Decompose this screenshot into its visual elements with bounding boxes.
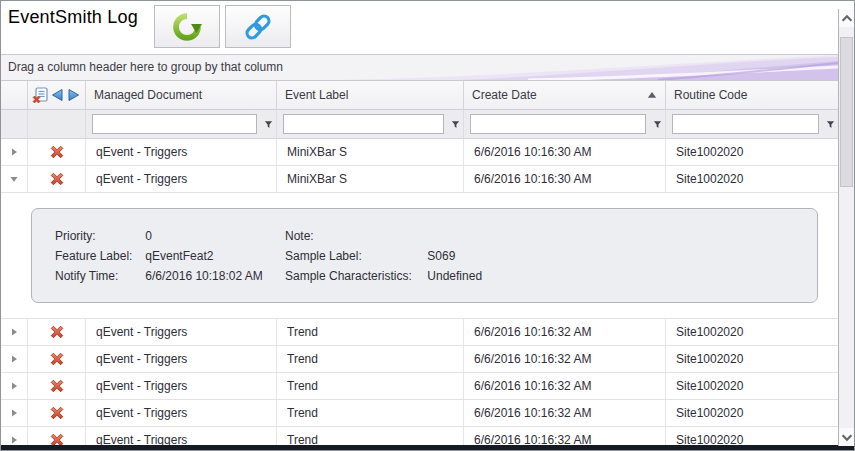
cell-routine-code: Site1002020 bbox=[666, 373, 838, 399]
cell-create-date: 6/6/2016 10:16:32 AM bbox=[464, 346, 666, 372]
cell-routine-code: Site1002020 bbox=[666, 166, 838, 192]
cell-create-date: 6/6/2016 10:16:32 AM bbox=[464, 400, 666, 426]
table-row: qEvent - Triggers MiniXBar S 6/6/2016 10… bbox=[1, 166, 838, 193]
chevron-right-icon bbox=[9, 408, 19, 418]
delete-x-icon bbox=[50, 325, 64, 339]
link-icon bbox=[244, 13, 272, 41]
table-row: qEvent - Triggers MiniXBar S 6/6/2016 10… bbox=[1, 139, 838, 166]
expand-row-button[interactable] bbox=[1, 373, 28, 399]
note-label: Note: bbox=[285, 226, 424, 246]
cell-managed-document: qEvent - Triggers bbox=[86, 400, 277, 426]
header-create-date[interactable]: Create Date bbox=[464, 81, 666, 109]
filter-input-managed-document[interactable] bbox=[92, 114, 257, 134]
collapse-row-button[interactable] bbox=[1, 166, 28, 192]
delete-x-icon bbox=[50, 145, 64, 159]
cell-create-date: 6/6/2016 10:16:30 AM bbox=[464, 139, 666, 165]
delete-x-icon bbox=[50, 352, 64, 366]
chevron-right-icon bbox=[9, 354, 19, 364]
chevron-right-icon bbox=[9, 147, 19, 157]
cell-managed-document: qEvent - Triggers bbox=[86, 319, 277, 345]
cell-event-label: Trend bbox=[277, 373, 464, 399]
filter-input-create-date[interactable] bbox=[470, 114, 646, 134]
chevron-down-icon bbox=[9, 174, 19, 184]
table-row: qEvent - Triggers Trend 6/6/2016 10:16:3… bbox=[1, 346, 838, 373]
delete-x-icon bbox=[50, 406, 64, 420]
cell-routine-code: Site1002020 bbox=[666, 346, 838, 372]
notify-time-value: 6/6/2016 10:18:02 AM bbox=[145, 269, 262, 283]
delete-x-icon bbox=[50, 172, 64, 186]
eventsmith-log-window: EventSmith Log Drag a column header here… bbox=[0, 0, 855, 451]
table-row: qEvent - Triggers Trend 6/6/2016 10:16:3… bbox=[1, 319, 838, 346]
cell-event-label: MiniXBar S bbox=[277, 166, 464, 192]
row-detail-panel: Priority: 0 Feature Label: qEventFeat2 N… bbox=[1, 193, 838, 319]
clear-rows-icon[interactable] bbox=[32, 87, 48, 103]
filter-input-routine-code[interactable] bbox=[672, 114, 819, 134]
filter-menu-button[interactable] bbox=[260, 119, 276, 130]
notify-time-label: Notify Time: bbox=[55, 266, 142, 286]
cell-routine-code: Site1002020 bbox=[666, 319, 838, 345]
delete-row-button[interactable] bbox=[28, 139, 86, 165]
cell-managed-document: qEvent - Triggers bbox=[86, 139, 277, 165]
chevron-right-icon bbox=[9, 435, 19, 445]
expand-row-button[interactable] bbox=[1, 400, 28, 426]
prev-page-icon[interactable] bbox=[49, 87, 65, 103]
cell-create-date: 6/6/2016 10:16:32 AM bbox=[464, 319, 666, 345]
feature-value: qEventFeat2 bbox=[145, 249, 213, 263]
header-event-label[interactable]: Event Label bbox=[277, 81, 464, 109]
filter-menu-button[interactable] bbox=[822, 119, 838, 130]
feature-label: Feature Label: bbox=[55, 246, 142, 266]
header-routine-code[interactable]: Routine Code bbox=[666, 81, 838, 109]
detail-box: Priority: 0 Feature Label: qEventFeat2 N… bbox=[31, 208, 818, 303]
sample-label-value: S069 bbox=[427, 249, 455, 263]
delete-row-button[interactable] bbox=[28, 400, 86, 426]
expand-column-header bbox=[1, 81, 28, 109]
cell-routine-code: Site1002020 bbox=[666, 139, 838, 165]
chevron-up-icon bbox=[840, 13, 854, 24]
page-title: EventSmith Log bbox=[8, 7, 138, 28]
scroll-up-button[interactable] bbox=[839, 9, 854, 27]
delete-row-button[interactable] bbox=[28, 319, 86, 345]
filter-menu-button[interactable] bbox=[447, 119, 463, 130]
filter-funnel-icon bbox=[263, 119, 274, 130]
delete-row-button[interactable] bbox=[28, 346, 86, 372]
expand-row-button[interactable] bbox=[1, 319, 28, 345]
cell-create-date: 6/6/2016 10:16:30 AM bbox=[464, 166, 666, 192]
table-row: qEvent - Triggers Trend 6/6/2016 10:16:3… bbox=[1, 373, 838, 400]
filter-funnel-icon bbox=[825, 119, 836, 130]
cell-managed-document: qEvent - Triggers bbox=[86, 166, 277, 192]
group-by-panel[interactable]: Drag a column header here to group by th… bbox=[1, 54, 838, 81]
expand-row-button[interactable] bbox=[1, 346, 28, 372]
delete-x-icon bbox=[50, 379, 64, 393]
column-header-row: Managed Document Event Label Create Date… bbox=[1, 81, 838, 110]
filter-menu-button[interactable] bbox=[649, 119, 665, 130]
filter-funnel-icon bbox=[652, 119, 663, 130]
table-row: qEvent - Triggers Trend 6/6/2016 10:16:3… bbox=[1, 400, 838, 427]
chevron-right-icon bbox=[9, 327, 19, 337]
priority-value: 0 bbox=[145, 229, 152, 243]
delete-row-button[interactable] bbox=[28, 373, 86, 399]
refresh-icon bbox=[172, 12, 202, 42]
link-button[interactable] bbox=[225, 5, 291, 48]
scrollbar-thumb[interactable] bbox=[840, 37, 853, 187]
grid-bottom-border bbox=[1, 445, 854, 450]
sample-characteristics-value: Undefined bbox=[427, 269, 482, 283]
sort-ascending-icon bbox=[647, 91, 657, 99]
filter-input-event-label[interactable] bbox=[283, 114, 444, 134]
filter-command-cell bbox=[28, 110, 86, 138]
expand-row-button[interactable] bbox=[1, 139, 28, 165]
next-page-icon[interactable] bbox=[66, 87, 82, 103]
priority-label: Priority: bbox=[55, 226, 142, 246]
filter-row bbox=[1, 110, 838, 139]
header-managed-document[interactable]: Managed Document bbox=[86, 81, 277, 109]
vertical-scrollbar[interactable] bbox=[838, 9, 854, 446]
cell-routine-code: Site1002020 bbox=[666, 400, 838, 426]
refresh-button[interactable] bbox=[154, 5, 220, 48]
chevron-down-icon bbox=[840, 432, 854, 443]
chevron-right-icon bbox=[9, 381, 19, 391]
delete-row-button[interactable] bbox=[28, 166, 86, 192]
scroll-down-button[interactable] bbox=[839, 428, 854, 446]
group-panel-hint: Drag a column header here to group by th… bbox=[8, 60, 283, 74]
cell-event-label: Trend bbox=[277, 400, 464, 426]
filter-expand-cell bbox=[1, 110, 28, 138]
filter-cell-create-date bbox=[464, 110, 666, 138]
